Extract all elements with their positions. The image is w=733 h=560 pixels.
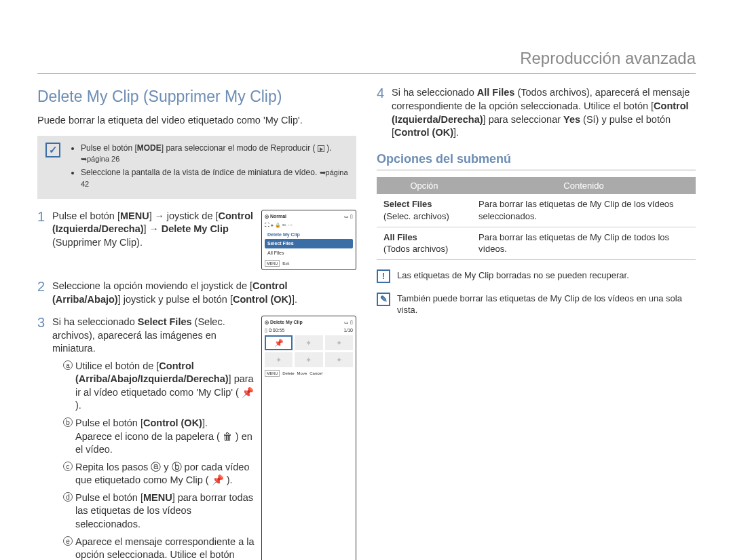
step-text-line: Seleccione la opción moviendo el joystic… [52, 280, 356, 306]
check-icon: ✓ [45, 143, 60, 157]
substep-c: cRepita los pasos ⓐ y ⓑ por cada vídeo q… [63, 461, 255, 487]
th-option: Opción [377, 177, 472, 195]
step-2: 2Seleccione la opción moviendo el joysti… [37, 280, 356, 306]
page-header: Reproducción avanzada [37, 48, 696, 69]
right-column: 4 Si ha seleccionado All Files (Todos ar… [377, 86, 696, 560]
step-number: 2 [37, 280, 52, 306]
play-icon [318, 145, 324, 152]
note-bullet: Seleccione la pantalla de la vista de ín… [81, 167, 348, 189]
step-body: Pulse el botón [MENU] → joystick de [Con… [52, 210, 356, 270]
step-body: Seleccione la opción moviendo el joystic… [52, 280, 356, 306]
info-note: ✎También puede borrar las etiquetas de M… [377, 293, 696, 316]
section-title: Delete My Clip (Supprimer My Clip) [37, 86, 356, 107]
step-number: 1 [37, 210, 52, 270]
submenu-heading: Opciones del submenú [377, 151, 696, 170]
substep-e: eAparece el mensaje correspondiente a la… [63, 536, 255, 561]
section-subtitle: Puede borrar la etiqueta del video etiqu… [37, 114, 356, 128]
step-4: 4 Si ha seleccionado All Files (Todos ar… [377, 86, 696, 139]
step-3: 3Si ha seleccionado Select Files (Selec.… [37, 316, 356, 560]
info-note: !Las etiquetas de My Clip borradas no se… [377, 269, 696, 283]
step-4-body: Si ha seleccionado All Files (Todos arch… [392, 86, 696, 139]
substep-b: bPulse el botón [Control (OK)].Aparece e… [63, 417, 255, 457]
warning-icon: ! [377, 269, 390, 283]
note-box: ✓ Pulse el botón [MODE] para seleccionar… [37, 136, 356, 199]
substep-d: dPulse el botón [MENU] para borrar todas… [63, 491, 255, 531]
table-row: Select Files(Selec. archivos)Para borrar… [377, 194, 696, 227]
warning-icon: ✎ [377, 293, 390, 306]
step-body: Si ha seleccionado Select Files (Selec. … [52, 316, 356, 560]
table-row: All Files(Todos archivos)Para borrar las… [377, 227, 696, 259]
note-bullet: Pulse el botón [MODE] para seleccionar e… [81, 143, 348, 164]
step-text-line: Pulse el botón [MENU] → joystick de [Con… [52, 210, 255, 250]
step-1: 1Pulse el botón [MENU] → joystick de [Co… [37, 210, 356, 270]
ui-screenshot: ◎ Normal▭ ▯⛶ ⊕ 🔒 ✂ ⋯Delete My ClipSelect… [261, 210, 356, 270]
header-rule [37, 73, 696, 74]
step-number: 4 [377, 86, 392, 139]
ui-screenshot: ◎ Delete My Clip▭ ▯▯ 0:00:551/10📌✦✦✦✦✦ME… [261, 316, 356, 560]
substep-a: aUtilice el botón de [Control (Arriba/Ab… [63, 360, 255, 413]
options-table: Opción Contenido Select Files(Selec. arc… [377, 177, 696, 260]
th-content: Contenido [472, 177, 696, 195]
left-column: Delete My Clip (Supprimer My Clip) Puede… [37, 86, 356, 560]
step-number: 3 [37, 316, 52, 560]
step-text-line: Si ha seleccionado Select Files (Selec. … [52, 316, 255, 356]
